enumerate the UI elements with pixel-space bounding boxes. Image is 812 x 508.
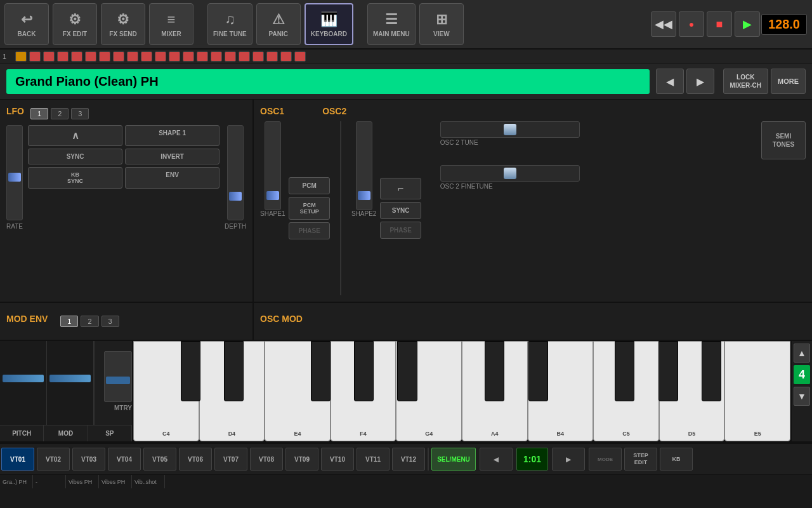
- keyboard-button[interactable]: 🎹 KEYBOARD: [304, 3, 353, 45]
- black-key-C#5[interactable]: [485, 341, 504, 401]
- rewind-button[interactable]: ◀◀: [651, 11, 676, 37]
- preset-prev-button[interactable]: ◀: [656, 69, 684, 94]
- osc1-shape1-slider[interactable]: [265, 121, 281, 210]
- mode-prev-button[interactable]: ◀: [480, 448, 513, 471]
- lfo-tab-1[interactable]: 1: [30, 108, 48, 119]
- vt-button-vt04[interactable]: VT04: [108, 448, 141, 471]
- lfo-tab-2[interactable]: 2: [51, 108, 69, 119]
- track-cell-3[interactable]: [57, 51, 69, 62]
- scroll-down-button[interactable]: ▼: [794, 387, 810, 406]
- lfo-sync-button[interactable]: SYNC: [28, 149, 122, 164]
- fx-edit-button[interactable]: ⚙ FX EDIT: [53, 3, 97, 45]
- black-key-G#5[interactable]: [658, 341, 678, 401]
- track-cell-2[interactable]: [43, 51, 55, 62]
- vt-button-vt12[interactable]: VT12: [392, 448, 425, 471]
- track-cell-11[interactable]: [169, 51, 180, 62]
- mtry-slider[interactable]: [104, 351, 132, 402]
- track-cell-1[interactable]: [29, 51, 41, 62]
- pitch-label[interactable]: PITCH: [0, 425, 44, 441]
- vt-button-vt07[interactable]: VT07: [214, 448, 247, 471]
- mod-label[interactable]: MOD: [44, 425, 88, 441]
- osc1-pcm-button[interactable]: PCM: [289, 177, 329, 194]
- lfo-env-button[interactable]: ENV: [125, 167, 219, 189]
- panic-button[interactable]: ⚠ PANIC: [256, 3, 301, 45]
- osc1-pcm-setup-button[interactable]: PCMSETUP: [289, 197, 329, 220]
- vt-button-vt06[interactable]: VT06: [179, 448, 212, 471]
- step-edit-button[interactable]: STEPEDIT: [624, 448, 657, 471]
- mod-env-tab-2[interactable]: 2: [81, 316, 98, 327]
- preset-name[interactable]: Grand Piano (Clean) PH: [6, 69, 650, 94]
- mod-env-panel: MOD ENV 1 2 3: [0, 303, 254, 340]
- fx-send-button[interactable]: ⚙ FX SEND: [101, 3, 145, 45]
- kb-button[interactable]: KB: [660, 448, 693, 471]
- preset-next-button[interactable]: ▶: [686, 69, 714, 94]
- pitch-slider[interactable]: [0, 341, 47, 425]
- black-key-A#4[interactable]: [397, 341, 417, 401]
- track-cell-14[interactable]: [211, 51, 222, 62]
- mod-env-tab-1[interactable]: 1: [60, 316, 78, 327]
- view-button[interactable]: ⊞ VIEW: [419, 3, 464, 45]
- track-cell-19[interactable]: [280, 51, 292, 62]
- track-cell-10[interactable]: [155, 51, 166, 62]
- track-cell-7[interactable]: [113, 51, 124, 62]
- black-key-F#5[interactable]: [615, 341, 634, 401]
- lfo-invert-button[interactable]: INVERT: [125, 149, 219, 164]
- vt-button-vt02[interactable]: VT02: [37, 448, 70, 471]
- track-cell-4[interactable]: [71, 51, 82, 62]
- record-button[interactable]: ●: [679, 11, 704, 37]
- lfo-tab-3[interactable]: 3: [71, 108, 89, 119]
- osc2-tune-slider[interactable]: [440, 121, 580, 138]
- track-cell-5[interactable]: [85, 51, 96, 62]
- vt-button-vt10[interactable]: VT10: [321, 448, 354, 471]
- lfo-shape-button[interactable]: ∧: [28, 125, 122, 146]
- osc2-shape-button[interactable]: ⌐: [380, 178, 421, 199]
- track-cell-20[interactable]: [294, 51, 306, 62]
- track-cell-6[interactable]: [99, 51, 110, 62]
- black-key-F#4[interactable]: [311, 341, 331, 401]
- black-key-C#4[interactable]: [181, 341, 200, 401]
- lfo-depth-slider[interactable]: [227, 125, 244, 220]
- lfo-rate-slider[interactable]: [6, 125, 23, 220]
- sel-menu-button[interactable]: SEL/MENU: [431, 448, 476, 471]
- lfo-shape1-button[interactable]: SHAPE 1: [125, 125, 219, 146]
- osc2-sync-button[interactable]: SYNC: [380, 202, 421, 219]
- track-cell-9[interactable]: [141, 51, 152, 62]
- stop-button[interactable]: ■: [707, 11, 732, 37]
- vt-button-vt08[interactable]: VT08: [250, 448, 283, 471]
- vt-button-vt09[interactable]: VT09: [285, 448, 318, 471]
- fine-tune-button[interactable]: ♫ FINE TUNE: [207, 3, 252, 45]
- track-cell-12[interactable]: [183, 51, 194, 62]
- mtry-area[interactable]: MTRY: [94, 341, 132, 425]
- sp-label[interactable]: SP: [88, 425, 132, 441]
- black-key-A#5[interactable]: [702, 341, 721, 401]
- white-key-E5[interactable]: E5: [724, 341, 790, 441]
- black-key-D#5[interactable]: [528, 341, 548, 401]
- mod-slider[interactable]: [47, 341, 94, 425]
- osc2-finetune-slider[interactable]: [440, 165, 580, 182]
- vt-button-vt03[interactable]: VT03: [72, 448, 105, 471]
- black-key-D#4[interactable]: [224, 341, 244, 401]
- osc2-shape2-slider[interactable]: [356, 121, 372, 210]
- track-cell-18[interactable]: [266, 51, 278, 62]
- track-cell-17[interactable]: [252, 51, 264, 62]
- track-cell-16[interactable]: [239, 51, 250, 62]
- vt-button-vt01[interactable]: VT01: [1, 448, 34, 471]
- vt-button-vt11[interactable]: VT11: [357, 448, 390, 471]
- more-button[interactable]: MORE: [771, 69, 806, 94]
- black-key-G#4[interactable]: [354, 341, 374, 401]
- lfo-kb-sync-button[interactable]: KBSYNC: [28, 167, 122, 189]
- scroll-up-button[interactable]: ▲: [794, 344, 810, 363]
- mode-next-button[interactable]: ▶: [552, 448, 585, 471]
- mixer-button[interactable]: ≡ MIXER: [149, 3, 193, 45]
- track-cell-15[interactable]: [225, 51, 236, 62]
- semi-tones-button[interactable]: SEMITONES: [761, 121, 806, 159]
- track-cell-0[interactable]: [15, 51, 27, 62]
- play-button[interactable]: ▶: [735, 11, 760, 37]
- track-cell-13[interactable]: [197, 51, 208, 62]
- back-button[interactable]: ↩ BACK: [4, 3, 49, 45]
- lock-mixer-ch-button[interactable]: LOCKMIXER-CH: [723, 69, 768, 94]
- main-menu-button[interactable]: ☰ MAIN MENU: [367, 3, 416, 45]
- vt-button-vt05[interactable]: VT05: [143, 448, 176, 471]
- mod-env-tab-3[interactable]: 3: [102, 316, 119, 327]
- track-cell-8[interactable]: [127, 51, 138, 62]
